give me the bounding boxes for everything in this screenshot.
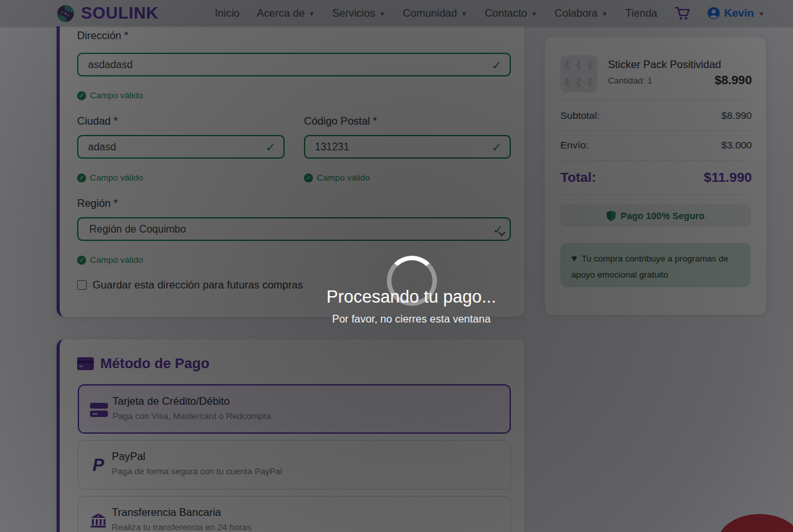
processing-overlay: Procesando tu pago... Por favor, no cier… (0, 0, 793, 532)
processing-title: Procesando tu pago... (0, 287, 793, 307)
processing-subtitle: Por favor, no cierres esta ventana (0, 313, 793, 325)
checkout-page: Dirección * ✓ ✓ Campo válido Ciudad * Có… (0, 0, 793, 532)
